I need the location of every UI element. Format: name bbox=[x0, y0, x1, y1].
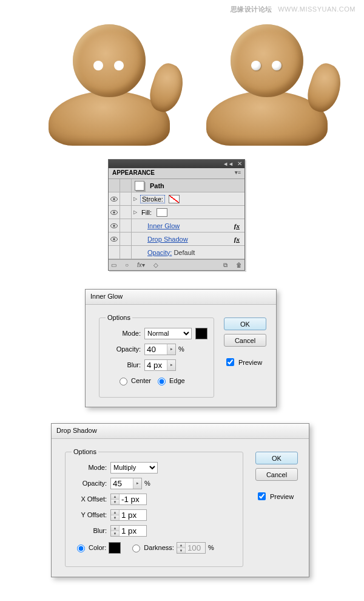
options-group: Options Mode: Multiply Opacity: ▸ % X Of… bbox=[65, 448, 243, 567]
fx-menu-icon[interactable]: fx▾ bbox=[137, 262, 145, 268]
panel-tab-label: APPEARANCE bbox=[112, 169, 155, 178]
opacity-link[interactable]: Opacity: bbox=[147, 249, 172, 256]
yoffset-label: Y Offset: bbox=[72, 511, 107, 518]
gingerbread-after bbox=[194, 24, 346, 134]
stroke-swatch-none[interactable] bbox=[169, 195, 180, 203]
drop-shadow-link[interactable]: Drop Shadow bbox=[145, 236, 188, 243]
appearance-item-path[interactable]: Path bbox=[109, 179, 244, 192]
center-radio[interactable]: Center bbox=[116, 376, 151, 385]
preview-checkbox[interactable]: Preview bbox=[224, 356, 266, 368]
yoffset-input[interactable]: ▲▼ bbox=[110, 509, 147, 521]
step-up-icon[interactable]: ▲ bbox=[111, 510, 119, 515]
visibility-icon[interactable] bbox=[109, 219, 120, 233]
step-up-icon[interactable]: ▲ bbox=[111, 526, 119, 531]
options-group: Options Mode: Normal Opacity: ▸ % Blur: … bbox=[99, 314, 214, 398]
spacer bbox=[120, 246, 132, 259]
visibility-icon[interactable] bbox=[109, 192, 120, 206]
stroke-label: Stroke: bbox=[140, 195, 165, 203]
panel-footer: ▭ ○ fx▾ ◇ ⧉ 🗑 bbox=[109, 259, 244, 270]
opacity-unit: % bbox=[178, 345, 184, 353]
step-down-icon[interactable]: ▼ bbox=[111, 500, 119, 504]
watermark-url: WWW.MISSYUAN.COM bbox=[278, 5, 356, 13]
step-down-icon[interactable]: ▼ bbox=[111, 515, 119, 520]
mode-select[interactable]: Multiply bbox=[110, 462, 158, 474]
visibility-icon[interactable] bbox=[109, 206, 120, 219]
blur-input[interactable]: ▲▼ bbox=[110, 525, 147, 537]
trash-icon[interactable]: 🗑 bbox=[236, 262, 242, 268]
new-art-icon[interactable]: ▭ bbox=[111, 262, 116, 268]
cancel-button[interactable]: Cancel bbox=[224, 334, 266, 347]
watermark-cn: 思缘设计论坛 bbox=[231, 5, 272, 13]
appearance-item-drop-shadow[interactable]: Drop Shadow fx bbox=[109, 233, 244, 246]
path-label: Path bbox=[147, 182, 164, 189]
appearance-item-stroke[interactable]: ▷ Stroke: bbox=[109, 192, 244, 206]
opacity-input[interactable]: ▸ bbox=[110, 478, 142, 489]
darkness-unit: % bbox=[208, 544, 214, 551]
dropdown-icon[interactable]: ▸ bbox=[133, 478, 141, 489]
mode-select[interactable]: Normal bbox=[144, 328, 192, 339]
drop-shadow-dialog: Drop Shadow Options Mode: Multiply Opaci… bbox=[51, 423, 309, 577]
dropdown-icon[interactable]: ▸ bbox=[167, 360, 175, 370]
opacity-value: Default bbox=[174, 249, 195, 256]
blur-input[interactable]: ▸ bbox=[144, 359, 176, 371]
svg-point-3 bbox=[113, 211, 115, 214]
options-legend: Options bbox=[72, 448, 98, 455]
mode-label: Mode: bbox=[72, 464, 107, 471]
blur-label: Blur: bbox=[106, 361, 141, 368]
clear-icon[interactable]: ○ bbox=[125, 262, 129, 268]
step-up-icon[interactable]: ▲ bbox=[111, 494, 119, 500]
ok-button[interactable]: OK bbox=[255, 452, 298, 464]
svg-point-7 bbox=[113, 238, 115, 240]
spacer bbox=[109, 179, 120, 192]
opacity-unit: % bbox=[144, 480, 150, 487]
xoffset-input[interactable]: ▲▼ bbox=[110, 494, 147, 505]
expand-icon[interactable]: ▷ bbox=[132, 209, 138, 215]
step-down-icon[interactable]: ▼ bbox=[111, 531, 119, 536]
panel-menu-icon[interactable]: ▾≡ bbox=[235, 169, 241, 178]
appearance-item-inner-glow[interactable]: Inner Glow fx bbox=[109, 219, 244, 233]
spacer bbox=[120, 192, 132, 206]
fx-icon[interactable]: fx bbox=[234, 222, 240, 229]
clear-appearance-icon[interactable]: ◇ bbox=[153, 262, 158, 268]
collapse-icon[interactable]: ◄◄ bbox=[223, 161, 234, 167]
inner-glow-link[interactable]: Inner Glow bbox=[145, 222, 180, 229]
panel-header: ◄◄ ✕ bbox=[109, 160, 244, 168]
color-swatch[interactable] bbox=[195, 328, 207, 339]
spacer bbox=[120, 179, 132, 192]
gingerbread-before bbox=[36, 24, 188, 134]
darkness-radio[interactable]: Darkness: bbox=[129, 543, 174, 552]
options-legend: Options bbox=[106, 314, 132, 321]
path-thumb-icon bbox=[135, 181, 144, 191]
watermark: 思缘设计论坛 WWW.MISSYUAN.COM bbox=[231, 5, 356, 14]
inner-glow-dialog: Inner Glow Options Mode: Normal Opacity:… bbox=[85, 289, 277, 407]
appearance-item-fill[interactable]: ▷ Fill: bbox=[109, 206, 244, 219]
fill-label: Fill: bbox=[140, 209, 153, 216]
preview-checkbox[interactable]: Preview bbox=[255, 491, 298, 502]
dropdown-icon[interactable]: ▸ bbox=[167, 344, 175, 355]
fill-swatch[interactable] bbox=[157, 208, 167, 217]
spacer bbox=[120, 233, 132, 246]
dialog-title: Inner Glow bbox=[86, 290, 276, 305]
appearance-item-opacity[interactable]: Opacity: Default bbox=[109, 246, 244, 259]
illustration-area bbox=[0, 24, 364, 146]
expand-icon[interactable]: ▷ bbox=[132, 196, 138, 202]
svg-point-1 bbox=[113, 198, 115, 200]
color-radio[interactable]: Color: bbox=[74, 543, 106, 552]
cancel-button[interactable]: Cancel bbox=[255, 468, 298, 481]
dialog-title: Drop Shadow bbox=[52, 424, 309, 439]
spacer bbox=[120, 206, 132, 219]
fx-icon[interactable]: fx bbox=[234, 236, 240, 243]
duplicate-icon[interactable]: ⧉ bbox=[223, 262, 228, 269]
opacity-label: Opacity: bbox=[106, 345, 141, 353]
ok-button[interactable]: OK bbox=[224, 317, 266, 330]
close-icon[interactable]: ✕ bbox=[237, 161, 242, 167]
panel-tab[interactable]: APPEARANCE ▾≡ bbox=[109, 168, 244, 179]
visibility-icon[interactable] bbox=[109, 233, 120, 246]
opacity-input[interactable]: ▸ bbox=[144, 344, 176, 355]
svg-point-5 bbox=[113, 225, 115, 227]
edge-radio[interactable]: Edge bbox=[155, 376, 185, 385]
appearance-panel: ◄◄ ✕ APPEARANCE ▾≡ Path ▷ Stroke: ▷ Fill… bbox=[108, 159, 245, 271]
opacity-label: Opacity: bbox=[72, 480, 107, 487]
color-swatch[interactable] bbox=[109, 542, 121, 554]
mode-label: Mode: bbox=[106, 330, 141, 337]
